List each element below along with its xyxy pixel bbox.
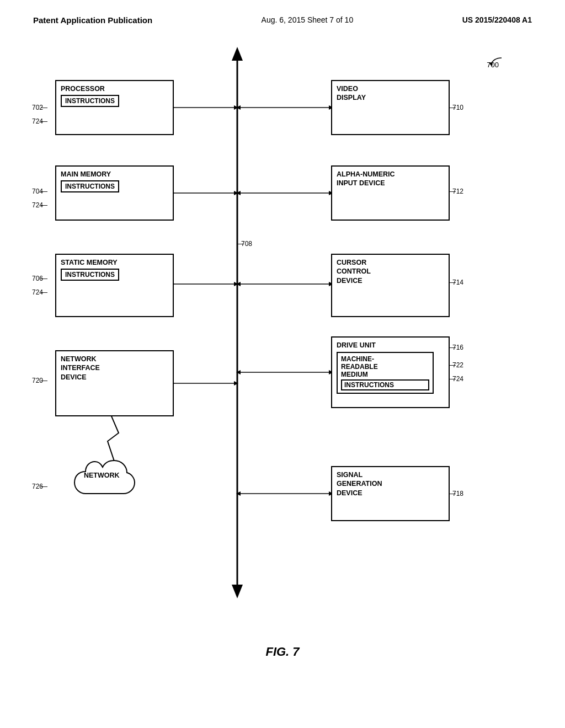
- svg-marker-23: [234, 381, 238, 386]
- ref-724a-dash: —: [41, 117, 47, 125]
- ref-708-dash: —: [237, 240, 244, 248]
- diagram-area: 700 PROCESSOR INSTRUCTIONS 702 — 724 — V…: [0, 30, 565, 692]
- processor-box: PROCESSOR INSTRUCTIONS: [55, 80, 174, 135]
- machine-readable-label: MACHINE- READABLE MEDIUM: [341, 355, 429, 378]
- signal-gen-box: SIGNAL GENERATION DEVICE: [331, 466, 450, 521]
- page-header: Patent Application Publication Aug. 6, 2…: [0, 0, 565, 25]
- cursor-control-box: CURSOR CONTROL DEVICE: [331, 254, 450, 317]
- svg-marker-1: [232, 47, 243, 61]
- ref-724c-dash: —: [41, 288, 47, 296]
- drive-instructions-label: INSTRUCTIONS: [341, 379, 429, 390]
- ref-714-dash: —: [449, 279, 456, 286]
- alpha-numeric-box: ALPHA-NUMERIC INPUT DEVICE: [331, 165, 450, 221]
- svg-marker-2: [232, 585, 243, 598]
- network-interface-box: NETWORK INTERFACE DEVICE: [55, 350, 174, 416]
- ref-726-dash: —: [41, 483, 47, 490]
- drive-unit-label: DRIVE UNIT: [337, 341, 376, 350]
- ref-718-dash: —: [449, 490, 456, 497]
- video-display-box: VIDEO DISPLAY: [331, 80, 450, 135]
- publication-title: Patent Application Publication: [33, 15, 152, 25]
- svg-marker-25: [236, 370, 241, 374]
- static-memory-box: STATIC MEMORY INSTRUCTIONS: [55, 254, 174, 317]
- svg-marker-7: [236, 105, 241, 110]
- ref-716-dash: —: [449, 344, 456, 351]
- network-interface-label: NETWORK INTERFACE DEVICE: [61, 355, 100, 382]
- video-display-label: VIDEO DISPLAY: [337, 84, 366, 103]
- ref-712-dash: —: [449, 188, 456, 195]
- main-memory-label: MAIN MEMORY: [61, 170, 111, 179]
- svg-marker-19: [236, 282, 241, 286]
- ref-720-dash: —: [41, 377, 47, 384]
- signal-gen-label: SIGNAL GENERATION DEVICE: [337, 470, 382, 497]
- ref-724b-dash: —: [41, 201, 47, 209]
- svg-marker-5: [234, 105, 238, 110]
- diagram-marker: [485, 55, 507, 72]
- svg-marker-30: [489, 62, 493, 66]
- static-memory-label: STATIC MEMORY: [61, 258, 118, 267]
- svg-marker-28: [236, 491, 241, 496]
- drive-unit-box: DRIVE UNIT MACHINE- READABLE MEDIUM INST…: [331, 336, 450, 408]
- main-memory-box: MAIN MEMORY INSTRUCTIONS: [55, 165, 174, 221]
- static-memory-instructions: INSTRUCTIONS: [61, 269, 119, 281]
- processor-instructions: INSTRUCTIONS: [61, 95, 119, 107]
- fig-label: FIG. 7: [265, 645, 299, 659]
- patent-number: US 2015/220408 A1: [462, 15, 532, 24]
- main-memory-instructions: INSTRUCTIONS: [61, 180, 119, 192]
- processor-label: PROCESSOR: [61, 84, 105, 93]
- svg-marker-13: [236, 191, 241, 195]
- ref-704-dash: —: [41, 188, 47, 195]
- svg-marker-11: [234, 191, 238, 195]
- ref-706-dash: —: [41, 275, 47, 282]
- ref-722-dash: —: [449, 361, 456, 369]
- sheet-info: Aug. 6, 2015 Sheet 7 of 10: [262, 15, 354, 24]
- ref-710-dash: —: [449, 104, 456, 111]
- alpha-numeric-label: ALPHA-NUMERIC INPUT DEVICE: [337, 170, 395, 188]
- cursor-control-label: CURSOR CONTROL DEVICE: [337, 258, 371, 285]
- ref-702-dash: —: [41, 104, 47, 111]
- svg-marker-17: [234, 282, 238, 286]
- ref-724d-dash: —: [449, 375, 456, 383]
- network-cloud-label: NETWORK: [84, 472, 120, 479]
